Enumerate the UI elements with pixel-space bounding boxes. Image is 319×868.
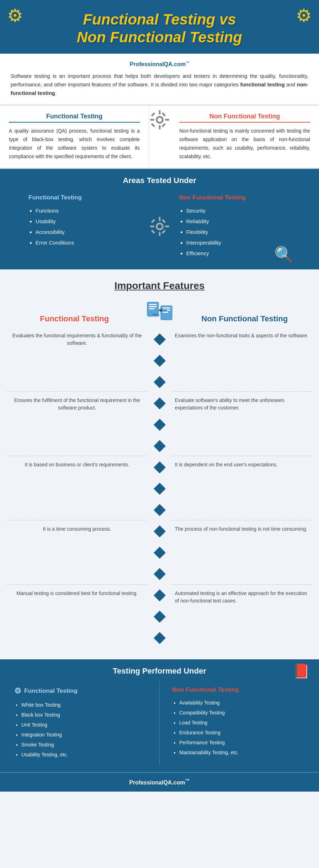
svg-rect-22 [149, 306, 157, 307]
areas-func-title: Functional Testing [28, 194, 140, 201]
areas-func-col: Functional Testing Functions Usability A… [7, 191, 147, 262]
svg-rect-15 [165, 226, 169, 227]
list-item: Usability Testing, etc. [21, 750, 147, 760]
feat-left-4: Manual testing is considered best for fu… [7, 585, 147, 649]
svg-rect-9 [161, 123, 166, 127]
features-section: Important Features Functional Testing [0, 269, 319, 659]
gear-areas-icon [149, 216, 170, 237]
svg-rect-16 [151, 219, 155, 223]
svg-rect-19 [161, 230, 166, 234]
list-item: Usability [36, 216, 140, 227]
intro-section: ProfessionalQA.com™ Software testing is … [0, 54, 319, 106]
list-item: Load Testing [179, 718, 305, 728]
diamond-11 [154, 568, 166, 580]
svg-point-1 [158, 118, 162, 122]
svg-rect-12 [159, 217, 160, 221]
svg-rect-5 [165, 119, 169, 121]
svg-rect-6 [151, 112, 155, 117]
performed-func-col: ⚙ Functional Testing White box Testing B… [7, 681, 154, 765]
svg-rect-23 [149, 308, 155, 309]
diamond-6 [154, 461, 166, 473]
feat-right-1: Evaluate software's ability to meet the … [172, 392, 312, 456]
areas-nonfunc-col: Non Functional Testing Security Reliabil… [172, 191, 312, 262]
diamond-1 [154, 355, 166, 367]
performed-func-title: ⚙ Functional Testing [14, 686, 147, 696]
list-item: Integration Testing [21, 730, 147, 740]
areas-func-list: Functions Usability Accessibility Error … [28, 205, 140, 248]
diamond-14 [154, 632, 166, 644]
list-item: Endurance Testing [179, 728, 305, 738]
nonfunc-def-title: Non Functional Testing [179, 113, 310, 123]
areas-center [147, 191, 172, 262]
list-item: Unit Testing [21, 720, 147, 730]
intro-text: Software testing is an important process… [11, 72, 308, 97]
magnify-icon: 🔍 [274, 245, 294, 264]
areas-title: Areas Tested Under [123, 176, 196, 185]
brand: ProfessionalQA.com™ [11, 61, 308, 68]
list-item: White box Testing [21, 700, 147, 710]
areas-nonfunc-list: Security Reliability Flexibility Interop… [179, 205, 291, 259]
svg-rect-8 [161, 112, 166, 117]
diamond-13 [154, 611, 166, 623]
diamond-9 [154, 525, 166, 537]
gear-left-icon: ⚙ [7, 5, 23, 26]
gear-right-icon: ⚙ [296, 5, 312, 26]
list-item: Reliability [186, 216, 291, 227]
performed-section: Testing Performed Under 📕 ⚙ Functional T… [0, 659, 319, 772]
diamond-2 [154, 376, 166, 388]
feat-mid-col [147, 327, 172, 649]
func-def-col: Functional Testing A quality assurance (… [0, 106, 149, 168]
transfer-icon [145, 300, 174, 323]
list-item: Accessibility [36, 227, 140, 237]
list-item: Smoke Testing [21, 740, 147, 750]
areas-body: Functional Testing Functions Usability A… [0, 191, 319, 262]
gear-center-icon [149, 109, 170, 130]
book-icon: 📕 [292, 663, 310, 680]
list-item: Availability Testing [179, 698, 305, 708]
list-item: Flexibility [186, 227, 291, 237]
svg-rect-25 [163, 307, 170, 309]
list-item: Compatibility Testing [179, 708, 305, 718]
footer-brand: ProfessionalQA.com™ [0, 772, 319, 791]
areas-nonfunc-title: Non Functional Testing [179, 194, 291, 201]
feat-right-2: It is dependent on the end user's expect… [172, 456, 312, 520]
svg-rect-18 [161, 219, 166, 223]
list-item: Maintainability Testing, etc. [179, 748, 305, 757]
header: ⚙ Functional Testing vs Non Functional T… [0, 0, 319, 54]
svg-rect-21 [149, 304, 157, 305]
nonfunc-def-text: Non-functional testing is mainly concern… [179, 127, 310, 161]
svg-rect-7 [151, 123, 155, 127]
list-item: Error Conditions [36, 237, 140, 248]
performed-body: ⚙ Functional Testing White box Testing B… [0, 681, 319, 765]
diamond-3 [154, 397, 166, 409]
feat-right-0: Examines the non-functional traits & asp… [172, 327, 312, 391]
performed-nonfunc-title: Non Functional Testing [172, 686, 305, 693]
nonfunc-def-col: Non Functional Testing Non-functional te… [170, 106, 319, 168]
diamond-7 [154, 483, 166, 495]
feat-left-3: It is a time consuming process. [7, 520, 147, 585]
divider [159, 681, 160, 765]
diamond-10 [154, 547, 166, 559]
gear-performed-icon: ⚙ [14, 686, 21, 696]
header-title: Functional Testing vs Non Functional Tes… [7, 11, 312, 47]
areas-header: Areas Tested Under [0, 169, 319, 191]
diamond-8 [154, 504, 166, 516]
func-def-title: Functional Testing [9, 113, 140, 123]
definitions-section: Functional Testing A quality assurance (… [0, 106, 319, 169]
svg-rect-17 [151, 230, 155, 234]
features-title: Important Features [7, 280, 312, 291]
diamond-4 [154, 419, 166, 431]
feat-right-3: The process of non-functional testing is… [172, 520, 312, 585]
feat-left-col: Evaluates the functional requirements & … [7, 327, 147, 649]
performed-header: Testing Performed Under 📕 [0, 659, 319, 681]
performed-func-list: White box Testing Black box Testing Unit… [14, 700, 147, 760]
feat-left-1: Ensures the fulfilment of the functional… [7, 392, 147, 456]
performed-nonfunc-list: Availability Testing Compatibility Testi… [172, 698, 305, 757]
feat-left-2: It is based on business or client's requ… [7, 456, 147, 520]
list-item: Performance Testing [179, 738, 305, 748]
performed-title: Testing Performed Under [113, 666, 206, 675]
svg-rect-13 [159, 232, 160, 236]
list-item: Security [186, 205, 291, 216]
areas-section: Areas Tested Under 📋 📋 Functional Testin… [0, 169, 319, 269]
svg-rect-2 [159, 110, 161, 114]
